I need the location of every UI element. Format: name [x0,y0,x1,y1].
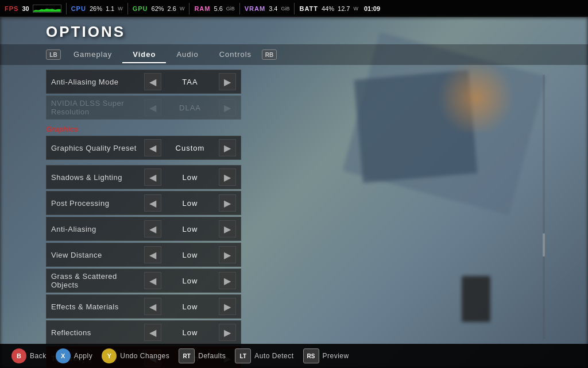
setting-value-graphics-quality: Custom [161,144,219,152]
setting-name-grass: Grass & Scattered Objects [51,272,144,289]
setting-value-grass: Low [161,277,219,285]
setting-arrow-left-antialiasing-mode[interactable]: ◀ [144,73,161,90]
undo-label: Undo Changes [120,352,169,360]
apply-button[interactable]: X Apply [56,348,93,363]
setting-arrow-right-effects[interactable]: ▶ [219,298,236,315]
lt-badge: LT [235,348,251,363]
gpu-label: GPU [133,5,148,12]
setting-row-view-distance: View Distance ◀ Low ▶ [46,243,241,267]
setting-arrow-right-anti-aliasing[interactable]: ▶ [219,220,236,237]
hud-divider-5 [294,3,295,14]
cpu-watt: 1.1 [106,5,114,12]
tab-controls[interactable]: Controls [209,47,262,63]
setting-arrow-left-graphics-quality[interactable]: ◀ [144,139,161,156]
hud-divider-1 [66,3,67,14]
setting-arrow-right-reflections[interactable]: ▶ [219,324,236,341]
gpu-watt-unit: W [180,6,185,12]
setting-arrow-left-anti-aliasing[interactable]: ◀ [144,220,161,237]
setting-row-post-processing: Post Processing ◀ Low ▶ [46,191,241,215]
setting-arrow-left-dlss: ◀ [144,99,161,116]
batt-watt-unit: W [353,6,358,12]
setting-value-anti-aliasing: Low [161,225,219,233]
setting-row-shadows: Shadows & Lighting ◀ Low ▶ [46,165,241,189]
setting-row-dlss: NVIDIA DLSS Super Resolution ◀ DLAA ▶ [46,95,241,120]
fps-label: FPS [5,5,18,12]
batt-label: BATT [299,5,318,12]
vram-value: 3.4 [269,5,277,12]
setting-row-grass: Grass & Scattered Objects ◀ Low ▶ [46,269,241,293]
preview-label: Preview [323,352,349,360]
gpu-watt: 2.6 [168,5,176,12]
section-graphics-label: Graphics [46,121,241,136]
cpu-label: CPU [71,5,86,12]
defaults-label: Defaults [198,352,226,360]
setting-value-view-distance: Low [161,251,219,259]
setting-arrow-left-post-processing[interactable]: ◀ [144,194,161,212]
tab-audio[interactable]: Audio [166,47,208,63]
setting-arrow-right-view-distance[interactable]: ▶ [219,246,236,263]
hud-divider-2 [127,3,128,14]
fps-graph [33,5,61,13]
setting-arrow-left-effects[interactable]: ◀ [144,298,161,315]
setting-arrow-right-graphics-quality[interactable]: ▶ [219,139,236,156]
batt-percent: 44% [322,5,334,12]
tab-lb-controller[interactable]: LB [46,49,61,60]
setting-arrow-right-antialiasing-mode[interactable]: ▶ [219,73,236,90]
setting-value-shadows: Low [161,173,219,182]
hud-time: 01:09 [364,5,380,12]
setting-row-graphics-quality: Graphics Quality Preset ◀ Custom ▶ [46,136,241,160]
setting-arrow-right-post-processing[interactable]: ▶ [219,194,236,212]
setting-row-antialiasing-mode: Anti-Aliasing Mode ◀ TAA ▶ [46,70,241,94]
setting-arrow-right-shadows[interactable]: ▶ [219,168,236,186]
hud-divider-4 [239,3,240,14]
setting-arrow-left-grass[interactable]: ◀ [144,272,161,289]
bottom-bar: B Back X Apply Y Undo Changes RT Default… [0,344,588,368]
gpu-percent: 62% [152,5,164,12]
batt-watt: 12.7 [338,5,350,12]
tab-bar: LB Gameplay Video Audio Controls RB [0,44,588,65]
ram-label: RAM [194,5,210,12]
tab-gameplay[interactable]: Gameplay [63,47,122,63]
ram-value: 5.6 [214,5,222,12]
autodetect-label: Auto Detect [254,352,293,360]
setting-name-dlss: NVIDIA DLSS Super Resolution [51,99,144,116]
setting-arrow-left-reflections[interactable]: ◀ [144,324,161,341]
setting-value-reflections: Low [161,328,219,337]
setting-arrow-left-view-distance[interactable]: ◀ [144,246,161,263]
setting-row-reflections: Reflections ◀ Low ▶ [46,320,241,344]
setting-value-antialiasing-mode: TAA [161,78,219,86]
scrollbar-track[interactable] [543,75,545,339]
setting-name-graphics-quality: Graphics Quality Preset [51,144,144,152]
setting-row-effects: Effects & Materials ◀ Low ▶ [46,294,241,319]
setting-name-shadows: Shadows & Lighting [51,173,144,182]
x-badge: X [56,348,71,363]
b-badge: B [11,348,26,363]
defaults-button[interactable]: RT Defaults [179,348,226,363]
setting-arrow-right-dlss: ▶ [219,99,236,116]
hud-divider-3 [189,3,189,14]
fps-value: 30 [22,5,29,12]
preview-button[interactable]: RS Preview [303,348,349,363]
setting-value-effects: Low [161,302,219,311]
setting-name-anti-aliasing: Anti-Aliasing [51,225,144,233]
autodetect-button[interactable]: LT Auto Detect [235,348,293,363]
rt-badge: RT [179,348,195,363]
cpu-percent: 26% [90,5,102,12]
setting-name-reflections: Reflections [51,328,144,337]
fps-graph-line [33,7,61,12]
undo-button[interactable]: Y Undo Changes [102,348,169,363]
options-panel: OPTIONS LB Gameplay Video Audio Controls… [0,17,588,368]
setting-arrow-right-grass[interactable]: ▶ [219,272,236,289]
vram-label: VRAM [245,5,265,12]
setting-name-post-processing: Post Processing [51,199,144,208]
settings-area: Anti-Aliasing Mode ◀ TAA ▶ NVIDIA DLSS S… [0,65,287,368]
back-button[interactable]: B Back [11,348,47,363]
scrollbar-thumb[interactable] [543,233,545,256]
cpu-watt-unit: W [118,6,123,12]
tab-video[interactable]: Video [122,47,166,63]
setting-name-effects: Effects & Materials [51,302,144,311]
tab-rb-controller[interactable]: RB [262,49,277,60]
setting-value-post-processing: Low [161,199,219,208]
setting-arrow-left-shadows[interactable]: ◀ [144,168,161,186]
setting-row-anti-aliasing: Anti-Aliasing ◀ Low ▶ [46,217,241,241]
